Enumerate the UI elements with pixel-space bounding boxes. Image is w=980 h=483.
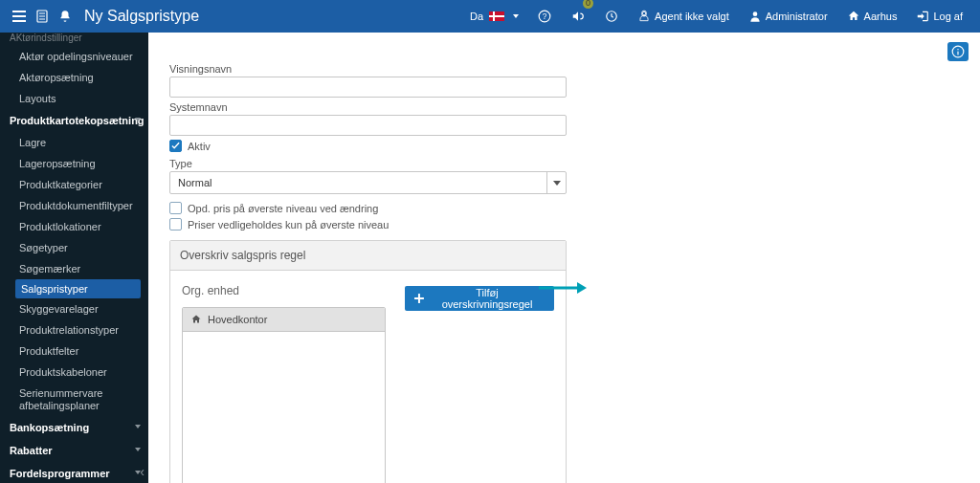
sidebar-item-salgspristyper[interactable]: Salgspristyper (15, 279, 141, 298)
language-selector[interactable]: Da (460, 0, 528, 33)
logout-button[interactable]: Log af (906, 0, 972, 33)
topbar: Ny Salgspristype Da ? 0 Agent ikke valgt… (0, 0, 980, 33)
type-select[interactable]: Normal (169, 171, 567, 194)
svg-point-10 (642, 11, 646, 15)
svg-point-11 (752, 11, 757, 16)
sidebar-item-produktrelationstyper[interactable]: Produktrelationstyper (0, 319, 148, 340)
agent-selector[interactable]: Agent ikke valgt (628, 0, 739, 33)
chevron-down-icon (553, 181, 561, 186)
priser-vedligehold-label: Priser vedligeholdes kun på øverste nive… (188, 219, 389, 231)
visningsnavn-label: Visningsnavn (169, 63, 723, 75)
chevron-down-icon (135, 425, 141, 428)
sidebar-item-produktdokumentfiltyper[interactable]: Produktdokumentfiltyper (0, 195, 148, 216)
user-label: Administrator (766, 11, 828, 22)
sidebar-section-rabatter[interactable]: Rabatter (0, 439, 148, 462)
org-tree-row-root[interactable]: Hovedkontor (183, 308, 385, 332)
sidebar-item-skyggevarelager[interactable]: Skyggevarelager (0, 298, 148, 319)
org-tree[interactable]: Hovedkontor (182, 307, 386, 483)
sidebar: AKtørindstillinger Aktør opdelingsniveau… (0, 33, 148, 483)
bell-icon[interactable] (54, 0, 77, 33)
sidebar-item-soegemaerker[interactable]: Søgemærker (0, 258, 148, 279)
clock-icon[interactable] (595, 0, 628, 33)
override-panel-title: Overskriv salgspris regel (170, 241, 566, 271)
override-panel: Overskriv salgspris regel Org. enhed Hov… (169, 240, 567, 483)
sidebar-collapse-icon[interactable]: ‹ (140, 464, 145, 479)
sidebar-item-lagre[interactable]: Lagre (0, 132, 148, 153)
sidebar-item-actor-setup[interactable]: Aktøropsætning (0, 67, 148, 88)
sidebar-section-product[interactable]: Produktkartotekopsætning (0, 109, 148, 132)
sidebar-item-soegetyper[interactable]: Søgetyper (0, 237, 148, 258)
sidebar-item-produktkategorier[interactable]: Produktkategorier (0, 174, 148, 195)
aktiv-checkbox[interactable] (169, 140, 182, 152)
add-override-rule-label: Tilføj overskrivningsregel (430, 287, 545, 310)
home-icon (190, 314, 202, 325)
sidebar-section-bank[interactable]: Bankopsætning (0, 416, 148, 439)
clipboard-icon[interactable] (31, 0, 54, 33)
page-title: Ny Salgspristype (84, 8, 199, 25)
type-select-toggle[interactable] (546, 172, 566, 193)
main-content: Visningsnavn Systemnavn Aktiv Type Norma… (148, 33, 980, 483)
agent-label: Agent ikke valgt (655, 11, 729, 22)
add-override-rule-button[interactable]: Tilføj overskrivningsregel (405, 286, 554, 311)
plus-icon (414, 294, 424, 303)
location-menu[interactable]: Aarhus (837, 0, 907, 33)
opd-pris-checkbox[interactable] (169, 202, 182, 214)
help-button[interactable] (947, 42, 969, 61)
location-label: Aarhus (864, 11, 898, 22)
priser-vedligehold-checkbox[interactable] (169, 218, 182, 231)
menu-icon[interactable] (8, 0, 31, 33)
sidebar-item-layouts[interactable]: Layouts (0, 88, 148, 109)
svg-rect-16 (414, 297, 424, 299)
sidebar-section-actor-trunc: AKtørindstillinger (0, 33, 148, 46)
chevron-down-icon (135, 448, 141, 451)
visningsnavn-input[interactable] (169, 77, 567, 98)
svg-rect-2 (12, 20, 26, 22)
type-select-value: Normal (170, 177, 546, 188)
sidebar-section-bank-label: Bankopsætning (10, 422, 89, 433)
volume-icon[interactable]: 0 (561, 0, 595, 33)
org-unit-title: Org. enhed (182, 284, 386, 297)
svg-rect-1 (12, 15, 26, 17)
help-top-icon[interactable]: ? (528, 0, 561, 33)
logout-label: Log af (933, 11, 963, 22)
flag-dk-icon (489, 11, 504, 21)
svg-rect-0 (12, 11, 26, 12)
sidebar-item-produktfelter[interactable]: Produktfelter (0, 340, 148, 362)
systemnavn-label: Systemnavn (169, 101, 723, 113)
sidebar-item-produktlokationer[interactable]: Produktlokationer (0, 216, 148, 237)
sidebar-item-serienummer[interactable]: Serienummervare afbetalingsplaner (0, 383, 148, 416)
svg-rect-14 (957, 51, 958, 55)
sidebar-section-fordelsprogrammer-label: Fordelsprogrammer (10, 468, 110, 479)
sidebar-item-produktskabeloner[interactable]: Produktskabeloner (0, 362, 148, 383)
language-label: Da (470, 11, 483, 22)
sidebar-section-product-label: Produktkartotekopsætning (10, 115, 145, 126)
aktiv-label: Aktiv (188, 141, 211, 152)
svg-text:?: ? (543, 12, 547, 21)
sidebar-item-actor-levels[interactable]: Aktør opdelingsniveauer (0, 46, 148, 67)
user-menu[interactable]: Administrator (739, 0, 837, 33)
org-tree-root-label: Hovedkontor (208, 314, 267, 325)
sidebar-section-fordelsprogrammer[interactable]: Fordelsprogrammer (0, 462, 148, 483)
chevron-down-icon (513, 14, 519, 18)
type-label: Type (169, 158, 567, 169)
opd-pris-label: Opd. pris på øverste niveau ved ændring (188, 203, 378, 214)
volume-badge: 0 (583, 0, 593, 9)
systemnavn-input[interactable] (169, 115, 567, 136)
sidebar-section-rabatter-label: Rabatter (10, 445, 53, 456)
sidebar-item-lageropsaetning[interactable]: Lageropsætning (0, 153, 148, 174)
chevron-down-icon (135, 118, 141, 121)
svg-point-13 (957, 49, 958, 50)
